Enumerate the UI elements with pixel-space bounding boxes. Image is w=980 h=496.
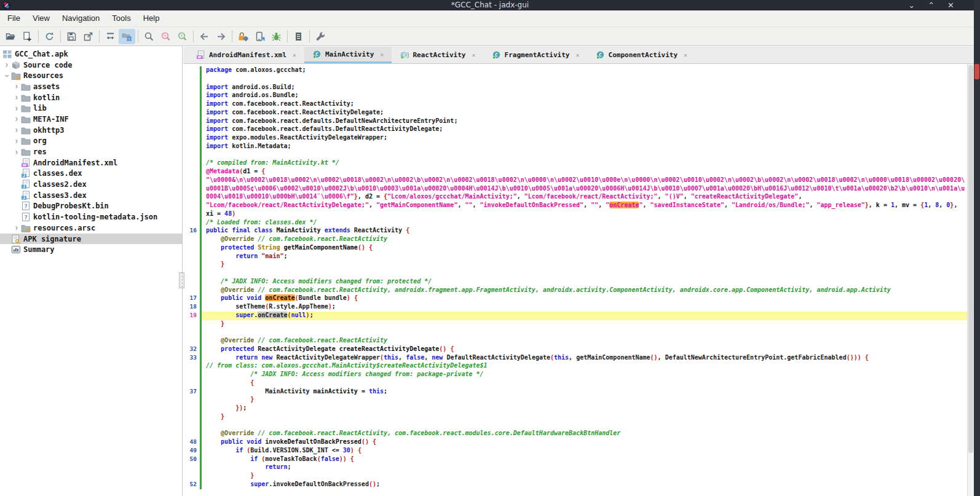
export-button[interactable] [80, 29, 97, 44]
tab-close-icon[interactable]: ✕ [684, 52, 687, 58]
code-line: import com.facebook.react.defaults.Defau… [183, 125, 967, 134]
code-editor[interactable]: package com.aloxos.gccchat;import androi… [183, 64, 967, 496]
menu-tools[interactable]: Tools [106, 10, 136, 26]
flatten-packages-button[interactable] [119, 29, 135, 44]
reload-button[interactable] [41, 29, 58, 44]
code-text: setTheme(R.style.AppTheme); [200, 303, 967, 312]
tab-close-icon[interactable]: ✕ [575, 52, 579, 58]
class-icon: C [312, 50, 322, 59]
tree-item-res[interactable]: ❯res [0, 146, 182, 157]
device-button[interactable] [251, 29, 268, 44]
window-controls: ⌄⌃✕ [908, 0, 954, 10]
chevron-collapsed-icon[interactable]: ❯ [12, 95, 21, 100]
menu-file[interactable]: File [1, 10, 26, 26]
line-number: 17 [183, 294, 200, 303]
tab-close-icon[interactable]: ✕ [380, 51, 384, 58]
save-all-button[interactable] [63, 29, 80, 44]
tree-item-source-code[interactable]: ❯Source code [0, 60, 182, 71]
chevron-collapsed-icon[interactable]: ❯ [12, 127, 21, 133]
line-number [183, 396, 200, 404]
minimize-button[interactable]: ⌄ [908, 0, 915, 10]
class-muted-icon: (C) [400, 50, 409, 60]
chevron-collapsed-icon[interactable]: ❯ [12, 138, 21, 144]
tab-close-icon[interactable]: ✕ [293, 52, 296, 58]
tree-item-summary[interactable]: Summary [0, 244, 182, 255]
tree-item-classes2-dex[interactable]: Jclasses2.dex [0, 179, 182, 190]
tree-item-classes3-dex[interactable]: Jclasses3.dex [0, 190, 182, 201]
svg-text:MF: MF [198, 55, 202, 59]
tab-fragmentactivity[interactable]: CFragmentActivity✕ [484, 47, 588, 63]
maximize-button[interactable]: ⌃ [928, 0, 935, 10]
line-number [183, 92, 200, 100]
chevron-expanded-icon[interactable]: ❯ [4, 71, 10, 80]
line-number [183, 193, 200, 202]
tree-item-kotlin-tooling-metadata-json[interactable]: ?kotlin-tooling-metadata.json [0, 211, 182, 222]
chevron-collapsed-icon[interactable]: ❯ [2, 62, 11, 68]
line-number: 18 [183, 303, 200, 312]
line-number: 37 [183, 388, 200, 396]
nav-back-button[interactable] [196, 29, 213, 44]
scrollbar-thumb[interactable] [968, 65, 973, 453]
open-file-button[interactable] [2, 29, 19, 44]
nav-forward-button[interactable] [213, 29, 229, 44]
debugger-icon [271, 31, 282, 42]
line-number [183, 463, 200, 472]
tree-item-assets[interactable]: ❯assets [0, 81, 182, 92]
tree-item-gcc-chat-apk[interactable]: GCC_Chat.apk [0, 49, 182, 60]
code-line: @Metadata(d1 = { [183, 168, 967, 176]
menu-help[interactable]: Help [137, 10, 166, 26]
class-search-button[interactable] [174, 29, 191, 44]
chevron-collapsed-icon[interactable]: ❯ [12, 225, 21, 230]
tree-item-kotlin[interactable]: ❯kotlin [0, 92, 182, 103]
tab-label: ComponentActivity [609, 51, 678, 59]
menu-navigation[interactable]: Navigation [56, 10, 106, 26]
tree-item-resources-arsc[interactable]: ❯resources.arsc [0, 222, 182, 234]
folder-icon [21, 82, 31, 92]
line-number [183, 244, 200, 253]
tab-componentactivity[interactable]: CComponentActivity✕ [588, 47, 696, 63]
line-number [183, 430, 200, 438]
project-tree[interactable]: GCC_Chat.apk❯Source code❯Resources❯asset… [0, 46, 183, 496]
chevron-collapsed-icon[interactable]: ❯ [12, 106, 21, 111]
tree-item-meta-inf[interactable]: ❯META-INF [0, 114, 182, 125]
deobfuscation-button[interactable] [235, 29, 251, 44]
tab-reactactivity[interactable]: (C)ReactActivity✕ [392, 47, 483, 63]
tree-item-debugprobeskt-bin[interactable]: ?DebugProbesKt.bin [0, 201, 182, 212]
tree-item-org[interactable]: ❯org [0, 136, 182, 147]
nav-back-icon [199, 31, 210, 42]
tree-item-lib[interactable]: ❯lib [0, 103, 182, 114]
tree-item-apk-signature[interactable]: APK signature [0, 234, 182, 245]
splitter-handle[interactable] [179, 272, 184, 288]
code-text: import android.os.Bundle; [200, 92, 967, 100]
close-button[interactable]: ✕ [947, 0, 954, 10]
java-icon: J [21, 191, 31, 200]
tree-item-resources[interactable]: ❯Resources [0, 70, 182, 81]
chevron-collapsed-icon[interactable]: ❯ [12, 116, 21, 122]
tab-close-icon[interactable]: ✕ [472, 52, 475, 58]
add-files-button[interactable] [19, 29, 36, 44]
title-bar[interactable]: *GCC_Chat - jadx-gui ⌄⌃✕ [0, 0, 980, 10]
preferences-button[interactable] [312, 29, 329, 44]
dock-editors-button[interactable] [102, 29, 119, 44]
tab-mainactivity[interactable]: CMainActivity✕ [304, 47, 392, 63]
log-viewer-button[interactable] [290, 29, 307, 44]
text-search-button[interactable] [157, 29, 174, 44]
editor-vertical-scrollbar[interactable] [967, 64, 974, 496]
menu-view[interactable]: View [26, 10, 56, 26]
code-text: super.invokeDefaultOnBackPressed(); [200, 481, 967, 489]
chevron-collapsed-icon[interactable]: ❯ [12, 84, 21, 89]
search-button[interactable] [141, 29, 157, 44]
chevron-collapsed-icon[interactable]: ❯ [12, 149, 21, 155]
tab-androidmanifest-xml[interactable]: MFAndroidManifest.xml✕ [188, 47, 304, 63]
tree-item-okhttp3[interactable]: ❯okhttp3 [0, 125, 182, 136]
debugger-button[interactable] [268, 29, 285, 44]
tree-item-androidmanifest-xml[interactable]: MFAndroidManifest.xml [0, 157, 182, 168]
code-text: } [200, 320, 967, 329]
code-line: /* JADX INFO: Access modifiers changed f… [183, 371, 967, 379]
toolbar-separator [60, 30, 61, 42]
tree-item-classes-dex[interactable]: Jclasses.dex [0, 168, 182, 179]
code-line: import android.os.Bundle; [183, 92, 967, 100]
line-number [183, 159, 200, 168]
flatten-packages-icon [122, 31, 132, 42]
line-number [183, 278, 200, 286]
